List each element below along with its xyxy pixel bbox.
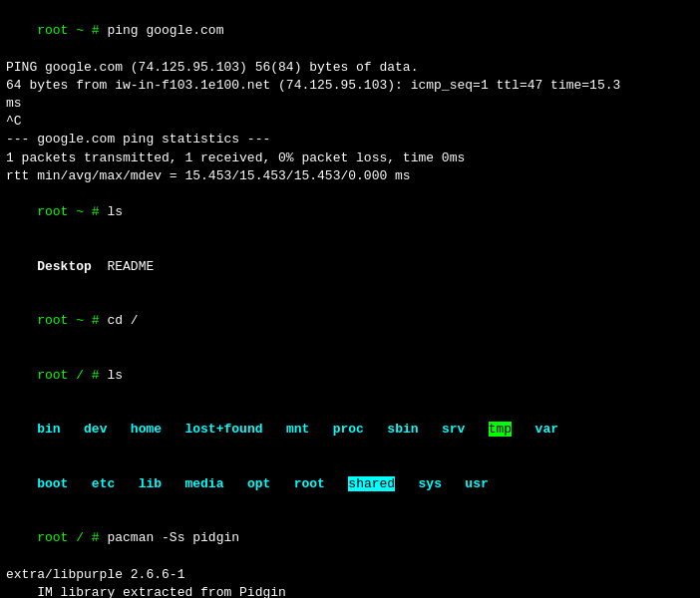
- prompt-user-1: root ~ #: [37, 23, 107, 38]
- dir-desktop: Desktop: [37, 259, 92, 274]
- prompt-user-3: root ~ #: [37, 313, 107, 328]
- ls-space: [92, 259, 108, 274]
- dir-var: var: [535, 422, 558, 437]
- dir-bin: bin: [37, 422, 60, 437]
- line-ping-2b: ms: [6, 95, 694, 113]
- line-ls-root-2: boot etc lib media opt root shared sys u…: [6, 457, 694, 512]
- prompt-user-4: root / #: [37, 368, 107, 383]
- dir-mnt: mnt: [286, 422, 309, 437]
- line-stats-1: 1 packets transmitted, 1 received, 0% pa…: [6, 150, 694, 167]
- dir-srv: srv: [442, 422, 465, 437]
- dir-proc: proc: [333, 422, 364, 437]
- dir-root: root: [294, 476, 325, 491]
- line-ping-2: 64 bytes from iw-in-f103.1e100.net (74.1…: [6, 77, 694, 95]
- line-ls-root-1: bin dev home lost+found mnt proc sbin sr…: [6, 403, 694, 457]
- line-cd-prompt: root ~ # cd /: [6, 294, 694, 349]
- dir-dev: dev: [84, 422, 107, 437]
- prompt-user-2: root ~ #: [37, 204, 107, 219]
- line-stats-header: --- google.com ping statistics ---: [6, 131, 694, 149]
- dir-sbin: sbin: [387, 422, 418, 437]
- desc-libpurple: IM library extracted from Pidgin: [6, 584, 694, 598]
- dir-shared: shared: [348, 476, 395, 491]
- dir-lib: lib: [139, 476, 162, 491]
- terminal-window[interactable]: root ~ # ping google.com PING google.com…: [0, 0, 700, 598]
- dir-etc: etc: [92, 476, 115, 491]
- cmd-pacman: pacman -Ss pidgin: [107, 530, 239, 545]
- dir-opt: opt: [247, 476, 270, 491]
- line-ping-prompt: root ~ # ping google.com: [6, 4, 694, 59]
- line-ls2-prompt: root / # ls: [6, 349, 694, 404]
- dir-lost: lost+found: [184, 422, 262, 437]
- dir-tmp: tmp: [489, 422, 512, 437]
- cmd-ls-1: ls: [107, 204, 123, 219]
- cmd-ls-2: ls: [107, 368, 123, 383]
- dir-usr: usr: [465, 476, 488, 491]
- line-ping-1: PING google.com (74.125.95.103) 56(84) b…: [6, 59, 694, 77]
- pkg-libpurple: extra/libpurple 2.6.6-1: [6, 566, 694, 584]
- line-stats-2: rtt min/avg/max/mdev = 15.453/15.453/15.…: [6, 167, 694, 185]
- cmd-cd: cd /: [107, 313, 138, 328]
- cmd-ping: ping google.com: [107, 23, 223, 38]
- dir-sys: sys: [419, 476, 442, 491]
- line-pacman-prompt: root / # pacman -Ss pidgin: [6, 511, 694, 566]
- prompt-user-5: root / #: [37, 530, 107, 545]
- dir-boot: boot: [37, 476, 68, 491]
- dir-media: media: [184, 476, 223, 491]
- dir-home: home: [131, 422, 162, 437]
- line-ls-prompt: root ~ # ls: [6, 185, 694, 240]
- file-readme: README: [107, 259, 154, 274]
- line-ls-home: Desktop README: [6, 239, 694, 294]
- line-ctrlc: ^C: [6, 113, 694, 131]
